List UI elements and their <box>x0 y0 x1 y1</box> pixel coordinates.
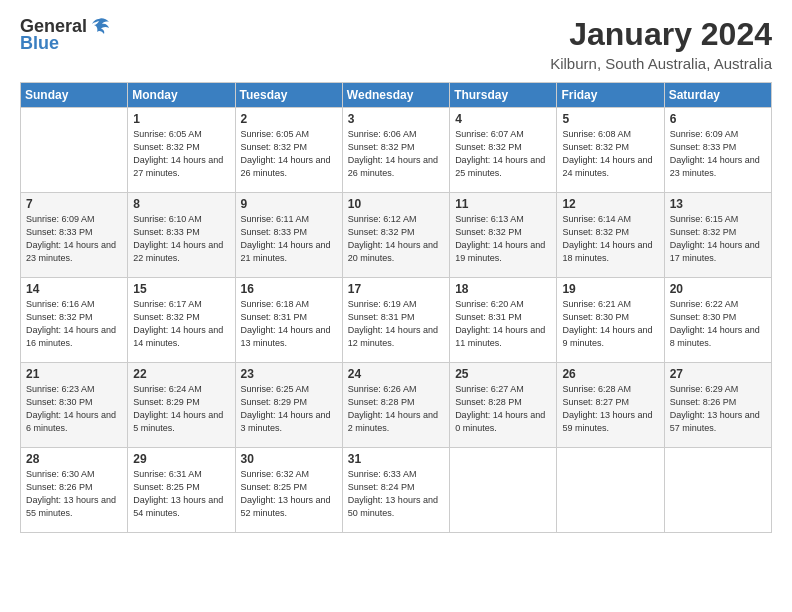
day-info: Sunrise: 6:21 AMSunset: 8:30 PMDaylight:… <box>562 298 658 350</box>
day-number: 1 <box>133 112 229 126</box>
day-number: 17 <box>348 282 444 296</box>
day-info: Sunrise: 6:19 AMSunset: 8:31 PMDaylight:… <box>348 298 444 350</box>
calendar-cell: 10Sunrise: 6:12 AMSunset: 8:32 PMDayligh… <box>342 193 449 278</box>
day-number: 24 <box>348 367 444 381</box>
month-title: January 2024 <box>550 16 772 53</box>
calendar-cell: 14Sunrise: 6:16 AMSunset: 8:32 PMDayligh… <box>21 278 128 363</box>
day-number: 19 <box>562 282 658 296</box>
calendar-cell: 3Sunrise: 6:06 AMSunset: 8:32 PMDaylight… <box>342 108 449 193</box>
day-info: Sunrise: 6:09 AMSunset: 8:33 PMDaylight:… <box>670 128 766 180</box>
day-number: 27 <box>670 367 766 381</box>
day-number: 28 <box>26 452 122 466</box>
day-number: 3 <box>348 112 444 126</box>
calendar-cell: 11Sunrise: 6:13 AMSunset: 8:32 PMDayligh… <box>450 193 557 278</box>
day-number: 6 <box>670 112 766 126</box>
calendar-cell <box>450 448 557 533</box>
calendar-cell: 23Sunrise: 6:25 AMSunset: 8:29 PMDayligh… <box>235 363 342 448</box>
day-info: Sunrise: 6:29 AMSunset: 8:26 PMDaylight:… <box>670 383 766 435</box>
title-block: January 2024 Kilburn, South Australia, A… <box>550 16 772 72</box>
calendar-cell: 30Sunrise: 6:32 AMSunset: 8:25 PMDayligh… <box>235 448 342 533</box>
day-number: 31 <box>348 452 444 466</box>
day-number: 23 <box>241 367 337 381</box>
calendar-cell: 13Sunrise: 6:15 AMSunset: 8:32 PMDayligh… <box>664 193 771 278</box>
day-info: Sunrise: 6:27 AMSunset: 8:28 PMDaylight:… <box>455 383 551 435</box>
day-info: Sunrise: 6:13 AMSunset: 8:32 PMDaylight:… <box>455 213 551 265</box>
day-number: 14 <box>26 282 122 296</box>
calendar-cell: 7Sunrise: 6:09 AMSunset: 8:33 PMDaylight… <box>21 193 128 278</box>
week-row-5: 28Sunrise: 6:30 AMSunset: 8:26 PMDayligh… <box>21 448 772 533</box>
calendar-cell: 26Sunrise: 6:28 AMSunset: 8:27 PMDayligh… <box>557 363 664 448</box>
day-number: 10 <box>348 197 444 211</box>
day-number: 16 <box>241 282 337 296</box>
calendar-cell: 16Sunrise: 6:18 AMSunset: 8:31 PMDayligh… <box>235 278 342 363</box>
header: General Blue January 2024 Kilburn, South… <box>20 16 772 72</box>
week-row-2: 7Sunrise: 6:09 AMSunset: 8:33 PMDaylight… <box>21 193 772 278</box>
day-number: 26 <box>562 367 658 381</box>
day-number: 4 <box>455 112 551 126</box>
calendar-cell: 27Sunrise: 6:29 AMSunset: 8:26 PMDayligh… <box>664 363 771 448</box>
day-info: Sunrise: 6:25 AMSunset: 8:29 PMDaylight:… <box>241 383 337 435</box>
location: Kilburn, South Australia, Australia <box>550 55 772 72</box>
logo: General Blue <box>20 16 109 54</box>
day-number: 12 <box>562 197 658 211</box>
calendar: SundayMondayTuesdayWednesdayThursdayFrid… <box>20 82 772 533</box>
day-info: Sunrise: 6:23 AMSunset: 8:30 PMDaylight:… <box>26 383 122 435</box>
calendar-cell: 1Sunrise: 6:05 AMSunset: 8:32 PMDaylight… <box>128 108 235 193</box>
calendar-cell <box>557 448 664 533</box>
day-number: 20 <box>670 282 766 296</box>
day-number: 25 <box>455 367 551 381</box>
calendar-cell: 20Sunrise: 6:22 AMSunset: 8:30 PMDayligh… <box>664 278 771 363</box>
day-info: Sunrise: 6:32 AMSunset: 8:25 PMDaylight:… <box>241 468 337 520</box>
week-row-4: 21Sunrise: 6:23 AMSunset: 8:30 PMDayligh… <box>21 363 772 448</box>
day-number: 7 <box>26 197 122 211</box>
calendar-cell: 21Sunrise: 6:23 AMSunset: 8:30 PMDayligh… <box>21 363 128 448</box>
day-header-friday: Friday <box>557 83 664 108</box>
day-info: Sunrise: 6:17 AMSunset: 8:32 PMDaylight:… <box>133 298 229 350</box>
calendar-cell: 6Sunrise: 6:09 AMSunset: 8:33 PMDaylight… <box>664 108 771 193</box>
calendar-cell: 17Sunrise: 6:19 AMSunset: 8:31 PMDayligh… <box>342 278 449 363</box>
day-info: Sunrise: 6:11 AMSunset: 8:33 PMDaylight:… <box>241 213 337 265</box>
page: General Blue January 2024 Kilburn, South… <box>0 0 792 612</box>
day-header-monday: Monday <box>128 83 235 108</box>
calendar-cell: 25Sunrise: 6:27 AMSunset: 8:28 PMDayligh… <box>450 363 557 448</box>
day-info: Sunrise: 6:24 AMSunset: 8:29 PMDaylight:… <box>133 383 229 435</box>
day-info: Sunrise: 6:33 AMSunset: 8:24 PMDaylight:… <box>348 468 444 520</box>
day-info: Sunrise: 6:31 AMSunset: 8:25 PMDaylight:… <box>133 468 229 520</box>
calendar-cell: 24Sunrise: 6:26 AMSunset: 8:28 PMDayligh… <box>342 363 449 448</box>
calendar-cell: 2Sunrise: 6:05 AMSunset: 8:32 PMDaylight… <box>235 108 342 193</box>
day-info: Sunrise: 6:20 AMSunset: 8:31 PMDaylight:… <box>455 298 551 350</box>
day-info: Sunrise: 6:05 AMSunset: 8:32 PMDaylight:… <box>241 128 337 180</box>
day-header-sunday: Sunday <box>21 83 128 108</box>
day-info: Sunrise: 6:05 AMSunset: 8:32 PMDaylight:… <box>133 128 229 180</box>
day-header-saturday: Saturday <box>664 83 771 108</box>
calendar-cell: 5Sunrise: 6:08 AMSunset: 8:32 PMDaylight… <box>557 108 664 193</box>
calendar-cell <box>21 108 128 193</box>
day-info: Sunrise: 6:22 AMSunset: 8:30 PMDaylight:… <box>670 298 766 350</box>
week-row-1: 1Sunrise: 6:05 AMSunset: 8:32 PMDaylight… <box>21 108 772 193</box>
calendar-cell: 15Sunrise: 6:17 AMSunset: 8:32 PMDayligh… <box>128 278 235 363</box>
day-info: Sunrise: 6:06 AMSunset: 8:32 PMDaylight:… <box>348 128 444 180</box>
header-row: SundayMondayTuesdayWednesdayThursdayFrid… <box>21 83 772 108</box>
day-info: Sunrise: 6:18 AMSunset: 8:31 PMDaylight:… <box>241 298 337 350</box>
day-info: Sunrise: 6:26 AMSunset: 8:28 PMDaylight:… <box>348 383 444 435</box>
calendar-cell <box>664 448 771 533</box>
calendar-cell: 31Sunrise: 6:33 AMSunset: 8:24 PMDayligh… <box>342 448 449 533</box>
day-info: Sunrise: 6:09 AMSunset: 8:33 PMDaylight:… <box>26 213 122 265</box>
calendar-cell: 4Sunrise: 6:07 AMSunset: 8:32 PMDaylight… <box>450 108 557 193</box>
day-info: Sunrise: 6:16 AMSunset: 8:32 PMDaylight:… <box>26 298 122 350</box>
calendar-cell: 22Sunrise: 6:24 AMSunset: 8:29 PMDayligh… <box>128 363 235 448</box>
day-info: Sunrise: 6:30 AMSunset: 8:26 PMDaylight:… <box>26 468 122 520</box>
day-info: Sunrise: 6:14 AMSunset: 8:32 PMDaylight:… <box>562 213 658 265</box>
day-info: Sunrise: 6:15 AMSunset: 8:32 PMDaylight:… <box>670 213 766 265</box>
day-number: 11 <box>455 197 551 211</box>
day-info: Sunrise: 6:28 AMSunset: 8:27 PMDaylight:… <box>562 383 658 435</box>
day-header-wednesday: Wednesday <box>342 83 449 108</box>
day-number: 9 <box>241 197 337 211</box>
day-number: 21 <box>26 367 122 381</box>
day-header-tuesday: Tuesday <box>235 83 342 108</box>
calendar-cell: 9Sunrise: 6:11 AMSunset: 8:33 PMDaylight… <box>235 193 342 278</box>
day-info: Sunrise: 6:07 AMSunset: 8:32 PMDaylight:… <box>455 128 551 180</box>
calendar-cell: 12Sunrise: 6:14 AMSunset: 8:32 PMDayligh… <box>557 193 664 278</box>
calendar-cell: 8Sunrise: 6:10 AMSunset: 8:33 PMDaylight… <box>128 193 235 278</box>
calendar-body: 1Sunrise: 6:05 AMSunset: 8:32 PMDaylight… <box>21 108 772 533</box>
